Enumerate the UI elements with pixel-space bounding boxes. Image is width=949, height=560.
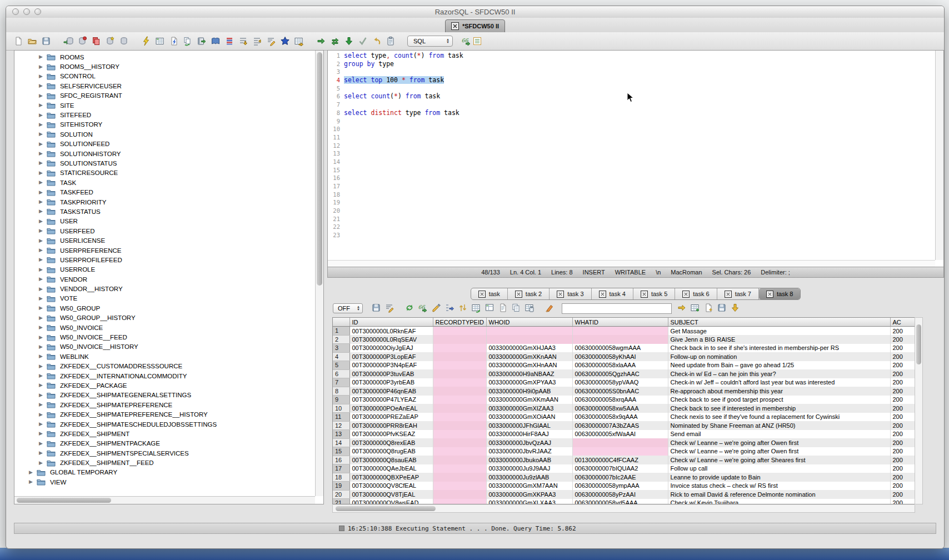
disclosure-triangle-icon[interactable]: ▶ <box>39 296 43 301</box>
pages-refresh-icon[interactable] <box>182 36 193 47</box>
table-cell[interactable]: 00T3000000P3tuvEAB <box>349 369 433 378</box>
tree-table-item[interactable]: ▶SOLUTION <box>14 129 315 139</box>
disclosure-triangle-icon[interactable]: ▶ <box>39 335 43 340</box>
tree-table-item[interactable]: ▶USER <box>14 217 315 226</box>
editor-line[interactable]: 17 <box>328 182 935 191</box>
table-cell[interactable]: Need update from Bain – gave go ahead 1/… <box>668 361 890 370</box>
editor-line[interactable]: 5 <box>328 84 935 93</box>
disclosure-triangle-icon[interactable]: ▶ <box>39 122 43 127</box>
row-number[interactable]: 11 <box>333 413 349 422</box>
tree-table-item[interactable]: ▶SOLUTIONSTATUS <box>14 158 315 168</box>
table-cell[interactable]: 00T3000000P46qnEAB <box>349 387 433 396</box>
db-new-icon[interactable] <box>104 36 116 47</box>
zoom-window-button[interactable] <box>34 8 41 15</box>
table-cell[interactable]: 0033000000H9aNBAAZ <box>486 369 572 378</box>
tree-table-item[interactable]: ▶USERFEED <box>14 226 315 236</box>
disclosure-triangle-icon[interactable]: ▶ <box>39 151 43 156</box>
row-number[interactable]: 3 <box>333 344 349 353</box>
row-number[interactable]: 21 <box>333 499 349 505</box>
page-lightning-icon[interactable] <box>168 36 179 47</box>
disclosure-triangle-icon[interactable]: ▶ <box>39 93 43 98</box>
table-cell[interactable]: Check w/ Leanne – we're going after Shea… <box>668 456 890 464</box>
tab-close-icon[interactable] <box>451 22 459 30</box>
disclosure-triangle-icon[interactable]: ▶ <box>39 74 43 79</box>
disclosure-triangle-icon[interactable]: ▶ <box>39 364 43 369</box>
page-view-icon[interactable] <box>497 302 508 313</box>
table-cell[interactable]: 00T3000000QV8CfEAL <box>349 482 433 491</box>
table-row[interactable]: 2100T3000000QV8wsEAD0033000000GmXLXAA300… <box>333 499 915 505</box>
color-list-icon[interactable] <box>224 36 235 47</box>
align-lines-icon[interactable] <box>252 36 263 47</box>
row-number[interactable]: 1 <box>333 327 349 336</box>
table-cell[interactable]: 200 <box>890 344 915 353</box>
table-cell[interactable]: 00T3000000P3LopEAF <box>349 352 433 361</box>
table-row[interactable]: 1800T3000000QBXPeEAP0033000000Ju9zlAAB00… <box>333 473 915 482</box>
disclosure-triangle-icon[interactable]: ▶ <box>39 393 43 398</box>
table-cell[interactable]: 00630000007bIc2AAE <box>572 473 668 482</box>
table-cell[interactable]: 00T3000000L0RqSEAV <box>349 335 433 344</box>
table-cell[interactable]: Give Jenn a BIG RAISE <box>668 335 890 344</box>
tree-table-item[interactable]: ▶ZKFEDEX__SHIPMATEGENERALSETTINGS <box>14 391 315 400</box>
tree-table-item[interactable]: ▶SFDC_REGISTRANT <box>14 91 315 101</box>
table-cell[interactable]: 00T3000000Q8rugEAB <box>349 447 433 456</box>
disclosure-triangle-icon[interactable]: ▶ <box>39 103 43 108</box>
format-pencil-icon[interactable] <box>266 36 277 47</box>
tab-close-icon[interactable] <box>599 291 606 298</box>
results-tab-task[interactable]: task <box>471 288 508 299</box>
format-pencil-icon[interactable] <box>384 302 395 313</box>
disclosure-triangle-icon[interactable]: ▶ <box>39 461 43 466</box>
tree-table-item[interactable]: ▶SELFSERVICEUSER <box>14 81 315 91</box>
results-tab-task-3[interactable]: task 3 <box>550 288 591 299</box>
disclosure-triangle-icon[interactable]: ▶ <box>39 431 43 436</box>
results-tab-task-6[interactable]: task 6 <box>675 288 717 299</box>
null-cell[interactable] <box>572 335 668 344</box>
table-row[interactable]: 1300T3000000PfvKSEAZ0033000000HirF8AAJ00… <box>333 430 915 439</box>
table-row[interactable]: 500T3000000P3N4pEAF0033000000GmXHnAAN006… <box>333 361 915 370</box>
tree-table-item[interactable]: ▶ZKFEDEX__SHIPMENTPACKAGE <box>14 439 315 448</box>
undo-icon[interactable] <box>371 36 382 47</box>
editor-line[interactable]: 2group by type <box>328 60 935 68</box>
table-row[interactable]: 100T3000000L0RknEAFGet Massage200 <box>333 327 915 336</box>
row-number[interactable]: 8 <box>333 387 349 396</box>
row-number[interactable]: 4 <box>333 352 349 361</box>
result-grid-icon[interactable] <box>154 36 166 47</box>
results-horizontal-scrollbar[interactable] <box>332 505 915 513</box>
table-cell[interactable]: Get Massage <box>668 327 890 336</box>
table-cell[interactable]: Invoice status check – check w/ RS first <box>668 482 890 491</box>
tree-table-item[interactable]: ▶SOLUTIONHISTORY <box>14 149 315 158</box>
row-number[interactable]: 6 <box>333 369 349 378</box>
tree-table-item[interactable]: ▶TASKFEED <box>14 187 315 197</box>
results-tab-task-5[interactable]: task 5 <box>633 288 675 299</box>
table-cell[interactable]: 00T3000000PREZaEAP <box>349 413 433 422</box>
column-header[interactable]: RECORDTYPEID <box>433 318 486 327</box>
table-cell[interactable]: 0033000000GmXKPAA3 <box>486 490 572 499</box>
clipboard-icon[interactable] <box>385 36 396 47</box>
tree-table-item[interactable]: ▶SOLUTIONFEED <box>14 139 315 149</box>
disclosure-triangle-icon[interactable]: ▶ <box>39 257 43 262</box>
document-tab[interactable]: *SFDCW50 II <box>445 19 505 33</box>
table-cell[interactable]: 200 <box>890 387 915 396</box>
editor-line[interactable]: 3 <box>328 68 935 76</box>
tree-table-item[interactable]: ▶SITEHISTORY <box>14 120 315 129</box>
disclosure-triangle-icon[interactable]: ▶ <box>39 64 43 69</box>
table-cell[interactable]: Check w/ Leanne – we're going after Owen… <box>668 447 890 456</box>
table-row[interactable]: 1400T3000000Q8rexEAB0033000000JbvQzAAJCh… <box>333 438 915 447</box>
table-refresh-icon[interactable] <box>471 302 482 313</box>
disclosure-triangle-icon[interactable]: ▶ <box>29 479 33 484</box>
null-cell[interactable] <box>433 438 486 447</box>
null-cell[interactable] <box>486 335 572 344</box>
results-tab-task-8[interactable]: task 8 <box>759 288 800 299</box>
table-cell[interactable]: Check back to see if good target prospec… <box>668 396 890 404</box>
tree-table-item[interactable]: ▶TASKPRIORITY <box>14 197 315 207</box>
down-yellow-icon[interactable] <box>730 302 741 313</box>
save-icon[interactable] <box>716 302 727 313</box>
disclosure-triangle-icon[interactable]: ▶ <box>39 199 43 204</box>
save-icon[interactable] <box>41 36 52 47</box>
table-cell[interactable]: 00T3000000PRR8rEAH <box>349 421 433 430</box>
editor-line[interactable]: 10 <box>328 125 935 133</box>
disclosure-triangle-icon[interactable]: ▶ <box>39 325 43 330</box>
null-cell[interactable] <box>433 490 486 499</box>
row-number[interactable]: 9 <box>333 396 349 404</box>
tab-close-icon[interactable] <box>766 291 773 298</box>
row-number[interactable]: 20 <box>333 490 349 499</box>
